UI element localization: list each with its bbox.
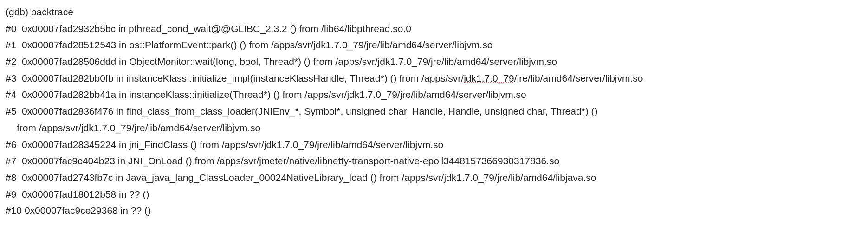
frame-detail: in instanceKlass::initialize(Thread*) ()… xyxy=(116,89,526,100)
frame-detail: /jre/lib/amd64/server/libjvm.so xyxy=(514,73,643,83)
frame-detail: in ?? () xyxy=(118,205,151,216)
backtrace-frame: #6 0x00007fad28345224 in jni_FindClass (… xyxy=(6,136,862,153)
frame-index: #8 xyxy=(6,172,16,183)
backtrace-frame: #3 0x00007fad282bb0fb in instanceKlass::… xyxy=(6,70,862,87)
frame-address: 0x00007fad282bb0fb xyxy=(22,73,113,83)
backtrace-frame: #7 0x00007fac9c404b23 in JNI_OnLoad () f… xyxy=(6,153,862,169)
frame-address: 0x00007fad28345224 xyxy=(22,139,116,150)
frame-detail: in find_class_from_class_loader(JNIEnv_*… xyxy=(113,106,597,116)
backtrace-frame: #1 0x00007fad28512543 in os::PlatformEve… xyxy=(6,37,862,53)
backtrace-frame: #0 0x00007fad2932b5bc in pthread_cond_wa… xyxy=(6,20,862,37)
frame-detail: in JNI_OnLoad () from /apps/svr/jmeter/n… xyxy=(115,155,559,166)
frame-detail: in jni_FindClass () from /apps/svr/jdk1.… xyxy=(116,139,443,150)
frame-index: #6 xyxy=(6,139,16,150)
frame-address: 0x00007fad28506ddd xyxy=(22,56,116,67)
backtrace-frame: #9 0x00007fad18012b58 in ?? () xyxy=(6,186,862,203)
frame-detail: in Java_java_lang_ClassLoader_00024Nativ… xyxy=(113,172,596,183)
backtrace-frame: #10 0x00007fac9ce29368 in ?? () xyxy=(6,202,862,219)
frame-index: #3 xyxy=(6,73,16,83)
frame-detail: in instanceKlass::initialize_impl(instan… xyxy=(113,73,464,83)
gdb-prompt-line: (gdb) backtrace xyxy=(6,4,862,20)
backtrace-frame-continuation: from /apps/svr/jdk1.7.0_79/jre/lib/amd64… xyxy=(6,120,862,136)
frame-index: #1 xyxy=(6,39,16,50)
backtrace-frame: #8 0x00007fad2743fb7c in Java_java_lang_… xyxy=(6,169,862,186)
backtrace-frame: #5 0x00007fad2836f476 in find_class_from… xyxy=(6,103,862,120)
frame-address: 0x00007fad2743fb7c xyxy=(22,172,113,183)
frame-index: #4 xyxy=(6,89,16,100)
frame-address: 0x00007fac9ce29368 xyxy=(25,205,118,216)
frame-index: #9 xyxy=(6,189,16,199)
frame-detail: in os::PlatformEvent::park() () from /ap… xyxy=(116,39,492,50)
spellcheck-squiggle: jdk1.7.0_79 xyxy=(464,73,514,83)
frame-index: #7 xyxy=(6,155,16,166)
backtrace-frame: #2 0x00007fad28506ddd in ObjectMonitor::… xyxy=(6,53,862,70)
gdb-prompt: (gdb) backtrace xyxy=(6,6,73,17)
frame-index: #10 xyxy=(6,205,22,216)
frame-index: #5 xyxy=(6,106,16,116)
frame-address: 0x00007fad28512543 xyxy=(22,39,116,50)
frame-detail: in pthread_cond_wait@@GLIBC_2.3.2 () fro… xyxy=(116,23,411,34)
frame-address: 0x00007fac9c404b23 xyxy=(22,155,115,166)
frame-detail: in ObjectMonitor::wait(long, bool, Threa… xyxy=(116,56,557,67)
frame-index: #0 xyxy=(6,23,16,34)
frame-address: 0x00007fad2836f476 xyxy=(22,106,113,116)
backtrace-frame: #4 0x00007fad282bb41a in instanceKlass::… xyxy=(6,86,862,103)
frame-address: 0x00007fad18012b58 xyxy=(22,189,116,199)
frame-detail: from /apps/svr/jdk1.7.0_79/jre/lib/amd64… xyxy=(17,122,260,133)
frame-address: 0x00007fad282bb41a xyxy=(22,89,116,100)
frame-detail: in ?? () xyxy=(116,189,149,199)
frame-address: 0x00007fad2932b5bc xyxy=(22,23,116,34)
frame-index: #2 xyxy=(6,56,16,67)
